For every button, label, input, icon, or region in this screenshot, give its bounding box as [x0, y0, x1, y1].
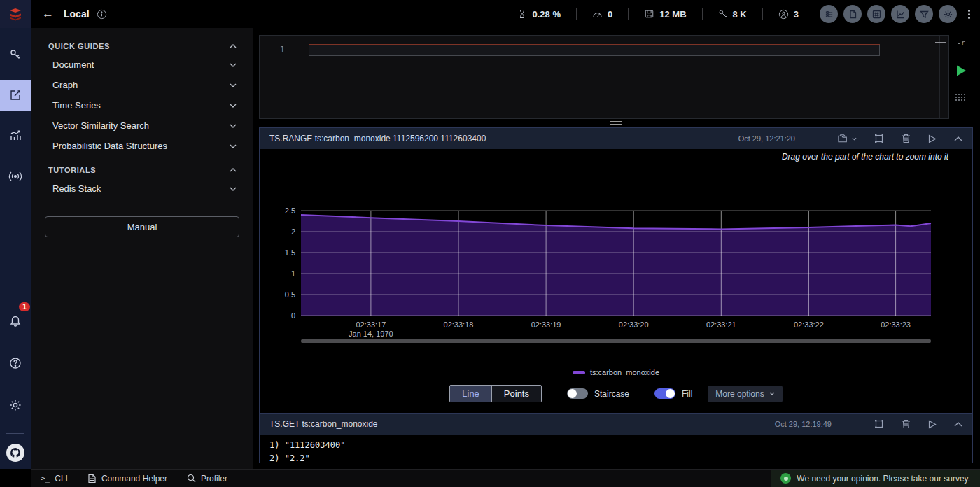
line-button[interactable]: Line	[450, 386, 492, 402]
sidebar-item-browser[interactable]	[0, 39, 31, 70]
editor-row: 1 -r	[259, 35, 973, 119]
legend-label: ts:carbon_monoxide	[590, 368, 659, 376]
more-options-button[interactable]: More options	[708, 386, 782, 402]
view-selector-icon	[838, 134, 850, 143]
line-points-toggle-group: Line Points	[449, 385, 542, 402]
graph-module-icon[interactable]	[867, 5, 886, 23]
svg-text:02:33:23: 02:33:23	[881, 320, 911, 329]
sidebar-item-settings[interactable]	[0, 390, 31, 421]
tutorial-item-redis-stack[interactable]: Redis Stack	[31, 178, 253, 199]
section-quick-guides[interactable]: QUICK GUIDES	[31, 38, 253, 55]
profiler-button[interactable]: Profiler	[187, 474, 227, 484]
drag-handle-icon[interactable]	[955, 94, 967, 102]
sidebar-item-notifications[interactable]: 1	[0, 306, 31, 337]
redisinsight-app: ← Local 0.28 % 0	[0, 0, 980, 487]
legend-swatch	[573, 371, 585, 374]
survey-banner[interactable]: We need your opinion. Please take our su…	[771, 470, 980, 487]
keys-icon	[718, 9, 728, 19]
svg-text:2: 2	[291, 227, 295, 236]
guides-panel: QUICK GUIDES Document Graph Time Series	[31, 28, 253, 469]
document-icon	[88, 474, 97, 484]
memory-icon	[644, 9, 654, 19]
delete-result-button[interactable]	[902, 419, 911, 429]
overflow-menu-icon[interactable]	[968, 10, 970, 19]
gears-module-icon[interactable]	[939, 5, 957, 23]
fullscreen-button[interactable]	[874, 419, 884, 429]
guide-item-vector-similarity-search[interactable]: Vector Similarity Search	[31, 115, 253, 136]
fullscreen-button[interactable]	[874, 134, 884, 143]
module-list	[820, 5, 957, 23]
output-line: 2) "2.2"	[270, 452, 962, 465]
svg-text:0.5: 0.5	[285, 290, 295, 299]
timeseries-chart[interactable]: 00.511.522.502:33:17Jan 14, 197002:33:18…	[260, 162, 972, 338]
delete-result-button[interactable]	[902, 134, 911, 143]
command-timestamp: Oct 29, 12:21:20	[738, 134, 795, 143]
rerun-command-button[interactable]	[928, 420, 937, 429]
search-module-icon[interactable]	[820, 5, 838, 23]
output-line: 1) "1112603400"	[270, 439, 962, 452]
guide-item-graph[interactable]: Graph	[31, 75, 253, 95]
redis-logo-icon	[8, 6, 23, 22]
guide-item-document[interactable]: Document	[31, 55, 253, 75]
chart-legend[interactable]: ts:carbon_monoxide	[260, 368, 972, 376]
workbench-icon	[9, 89, 22, 101]
staircase-label: Staircase	[594, 389, 629, 399]
staircase-toggle[interactable]	[567, 388, 588, 399]
topbar: ← Local 0.28 % 0	[0, 0, 980, 28]
editor-current-line-input[interactable]	[309, 44, 880, 56]
terminal-icon: >_	[41, 474, 50, 483]
view-selector-button[interactable]	[838, 134, 857, 143]
help-icon	[9, 357, 22, 369]
clients-icon	[778, 9, 789, 20]
pubsub-icon	[8, 171, 22, 182]
back-button[interactable]: ←	[42, 7, 54, 21]
chart-horizontal-scrollbar[interactable]	[301, 339, 931, 343]
stat-commands-per-second: 0	[592, 9, 612, 20]
db-info-icon[interactable]	[97, 9, 107, 20]
command-editor[interactable]: 1	[259, 35, 949, 119]
chevron-down-icon	[230, 187, 237, 191]
sidebar-item-pubsub[interactable]	[0, 161, 31, 192]
github-icon[interactable]	[6, 444, 24, 462]
guide-item-time-series[interactable]: Time Series	[31, 95, 253, 115]
sidebar-item-analytics[interactable]	[0, 120, 31, 151]
svg-text:02:33:19: 02:33:19	[531, 320, 561, 329]
editor-scrollbar[interactable]	[939, 36, 948, 118]
result-card-ts-range: TS.RANGE ts:carbon_monoxide 1112596200 1…	[259, 127, 973, 414]
divider	[702, 8, 703, 20]
sidebar-item-workbench[interactable]	[0, 80, 31, 111]
command-text: TS.RANGE ts:carbon_monoxide 1112596200 1…	[270, 134, 738, 143]
stat-cpu: 0.28 %	[518, 9, 561, 20]
sidebar-item-help[interactable]	[0, 348, 31, 379]
editor-minimap-line	[935, 42, 946, 43]
command-helper-button[interactable]: Command Helper	[88, 474, 167, 484]
json-module-icon[interactable]	[844, 5, 862, 23]
bell-icon	[9, 315, 22, 327]
redis-logo[interactable]	[0, 0, 31, 28]
editor-resize-handle[interactable]	[259, 119, 973, 127]
points-button[interactable]: Points	[492, 386, 541, 402]
rerun-command-button[interactable]	[928, 134, 937, 143]
fill-toggle[interactable]	[654, 388, 676, 399]
main-shell: 1	[0, 28, 980, 469]
chevron-up-icon	[230, 168, 237, 172]
fill-label: Fill	[682, 389, 692, 399]
chevron-down-icon	[230, 104, 237, 108]
guide-item-probabilistic-data-structures[interactable]: Probabilistic Data Structures	[31, 136, 253, 156]
command-timestamp: Oct 29, 12:19:49	[775, 420, 832, 428]
timeseries-module-icon[interactable]	[891, 5, 909, 23]
ts-range-chart-body: Drag over the part of the chart to zoom …	[260, 149, 972, 413]
run-button[interactable]	[954, 64, 968, 80]
sidebar-bottom: 1	[0, 306, 31, 469]
cli-button[interactable]: >_ CLI	[41, 474, 68, 484]
collapse-result-button[interactable]	[954, 422, 962, 427]
divider	[576, 8, 577, 20]
bloom-module-icon[interactable]	[915, 5, 933, 23]
stat-memory: 12 MB	[644, 9, 686, 20]
manual-button[interactable]: Manual	[45, 216, 239, 237]
command-text: TS.GET ts:carbon_monoxide	[270, 419, 775, 429]
collapse-result-button[interactable]	[954, 136, 962, 141]
section-tutorials[interactable]: TUTORIALS	[31, 162, 253, 178]
svg-text:0: 0	[291, 311, 295, 320]
ts-get-header: TS.GET ts:carbon_monoxide Oct 29, 12:19:…	[260, 414, 972, 435]
